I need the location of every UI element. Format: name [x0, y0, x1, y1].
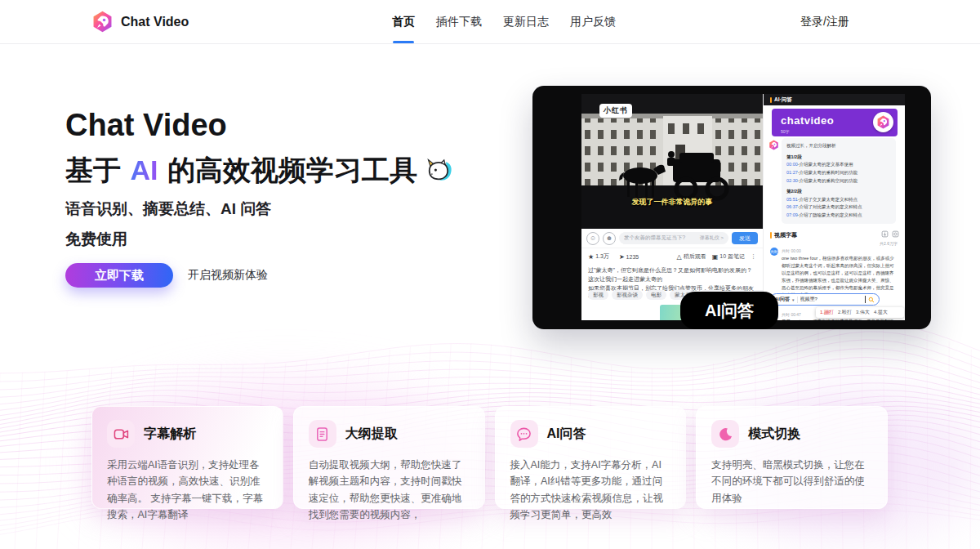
ai-outline-message: 视频过长，开启分段解析 第1/2段 00:00-介绍蒙太奇的定义基本使用 01:… — [782, 138, 896, 224]
likes-stat: ★1.3万 — [588, 252, 609, 261]
copy-icon — [892, 230, 899, 238]
card-description: 支持明亮、暗黑模式切换，让您在不同的环境下都可以得到舒适的使用体验 — [711, 457, 872, 507]
icon-tile — [510, 420, 538, 448]
sticker-icon: ☻ — [603, 232, 616, 245]
brand-name: Chat Video — [121, 15, 189, 29]
outline-item: 01:27-介绍蒙太奇的重构时间的功能 — [786, 169, 891, 177]
ai-qa-input: AI问答 ▾ 视频里? — [770, 293, 880, 306]
share-icon: ➤ — [619, 253, 625, 261]
outline-item-text: -介绍蒙太奇的重构空间的功能 — [798, 178, 858, 183]
panel-header: AI·问答 — [764, 94, 905, 105]
chatvideo-hexagon-rocket-icon — [876, 115, 890, 129]
card-title: 大纲提取 — [345, 426, 398, 443]
main-nav: 首页 插件下载 更新日志 用户反馈 — [392, 0, 616, 43]
shares-count: 1235 — [626, 254, 639, 260]
outline-intro: 视频过长，开启分段解析 — [786, 142, 891, 150]
feature-card-subtitle-parsing: 字幕解析 采用云端AI语音识别，支持处理各种语言的视频，高效快速、识别准确率高。… — [91, 406, 283, 509]
search-icon — [868, 297, 875, 303]
tag-pill: 影视 — [588, 290, 608, 300]
feature-card-outline-extraction: 大纲提取 自动提取视频大纲，帮助您快速了解视频主题和内容，支持时间戳快速定位，帮… — [293, 406, 485, 509]
card-description: 自动提取视频大纲，帮助您快速了解视频主题和内容，支持时间戳快速定位，帮助您更快速… — [309, 457, 470, 523]
timestamp-link: 01:27 — [786, 170, 798, 175]
outline-section-title: 第2/2段 — [786, 188, 891, 196]
outline-item-text: -介绍了交叉蒙太奇定义和特点 — [798, 197, 858, 202]
icon-tile — [711, 420, 739, 448]
video-player: 小红书 发现了一件非常诡异的事 — [581, 94, 763, 229]
card-title: 模式切换 — [748, 426, 800, 443]
card-description: 接入AI能力，支持AI字幕分析，AI翻译，AI纠错等更多功能，通过问答的方式快速… — [510, 457, 671, 523]
outline-item-text: -介绍了对比蒙太奇的定义和特点 — [798, 204, 862, 209]
ime-candidate: 2.殴打 — [838, 309, 852, 316]
comment-placeholder: 发个友善的弹幕见证当下? — [624, 234, 697, 242]
ime-candidate: 4.提大 — [874, 309, 888, 316]
nav-item-feedback[interactable]: 用户反馈 — [570, 0, 616, 43]
timestamp-link: 00:00 — [786, 162, 798, 167]
likes-count: 1.3万 — [595, 252, 609, 261]
timestamp-link: 05:51 — [786, 197, 798, 202]
divider — [797, 297, 798, 303]
subtitles-header: 视频字幕 — [770, 231, 797, 239]
notes-count: 10 篇笔记 — [719, 252, 745, 261]
star-icon: ★ — [588, 253, 594, 261]
subtitles-word-count: 共2.6万字 — [880, 241, 898, 246]
note-icon: ▣ — [712, 253, 719, 261]
download-icon — [881, 230, 889, 238]
outline-item-text: -介绍了隐喻蒙太奇的定义和特点 — [798, 212, 862, 217]
tag-pill: 电影 — [646, 290, 666, 300]
entry-time: 00:47 — [791, 312, 801, 317]
subtitles-toolbar — [881, 230, 899, 238]
speaker-name: 共时 — [782, 312, 790, 317]
entry-time: 00:00 — [791, 248, 801, 253]
unicorn-emoji-icon — [424, 158, 453, 184]
video-subtitle-text: 发现了一件非常诡异的事 — [581, 197, 763, 208]
login-register-link[interactable]: 登录/注册 — [800, 0, 849, 43]
avatar-glyph: 共时 — [770, 249, 778, 254]
nav-item-label: 用户反馈 — [570, 15, 616, 29]
send-button: 发送 — [732, 232, 758, 244]
chat-bubble-icon — [516, 426, 532, 442]
download-now-button[interactable]: 立即下载 — [65, 263, 173, 288]
cta-note: 开启视频新体验 — [188, 268, 268, 283]
stats-right-group: △稍后观看 ▣10 篇笔记 ⋮ — [677, 252, 756, 261]
nav-item-changelog[interactable]: 更新日志 — [503, 0, 549, 43]
timestamp-link: 07:09 — [786, 212, 798, 217]
top-navigation-bar: Chat Video 首页 插件下载 更新日志 用户反馈 登录/注册 — [0, 0, 980, 44]
comment-etiquette-hint: 弹幕礼仪 > — [700, 234, 724, 242]
chatvideo-extension-panel: AI·问答 chatvideo 50字 视频过长，开启分段解析 第1/2段 00… — [763, 94, 905, 320]
subtitle-entry-label: 共时 00:47 — [782, 312, 801, 317]
warning-triangle-icon: △ — [677, 253, 682, 261]
moon-icon — [718, 426, 733, 442]
card-header: AI问答 — [510, 420, 671, 448]
outline-item-text: -介绍蒙太奇的定义基本使用 — [798, 162, 853, 167]
subtitle-entry-text: 最早montage一词来自法语的建筑学词汇，原意是装配组合 — [782, 318, 898, 320]
video-stats-row: ★1.3万 ➤1235 △稍后观看 ▣10 篇笔记 ⋮ — [581, 248, 763, 265]
speaker-name: 共时 — [782, 248, 790, 253]
icon-tile — [107, 420, 135, 448]
outline-item-text: -介绍蒙太奇的重构时间的功能 — [798, 170, 858, 175]
card-header: 字幕解析 — [107, 420, 268, 448]
more-icon: ⋮ — [751, 253, 756, 260]
tag-pill: 影视杂谈 — [612, 290, 643, 300]
nav-item-label: 更新日志 — [503, 15, 549, 29]
headline-ai-accent: AI — [128, 154, 159, 185]
outline-section-title: 第1/2段 — [786, 154, 891, 162]
panel-title: AI·问答 — [774, 96, 792, 104]
outline-doc-icon — [314, 426, 330, 442]
headline-prefix: 基于 AI 的高效视频学习工具 — [65, 152, 417, 190]
outline-item: 06:37-介绍了对比蒙太奇的定义和特点 — [786, 203, 891, 212]
banner-title: chatvideo — [781, 114, 834, 127]
ai-qa-feature-badge: AI问答 — [680, 292, 778, 329]
outline-item: 05:51-介绍了交叉蒙太奇定义和特点 — [786, 196, 891, 204]
watch-later: △稍后观看 — [677, 252, 706, 261]
nav-item-home[interactable]: 首页 — [392, 0, 415, 43]
emoji-icon: ☺ — [586, 232, 599, 245]
hero-subline-features: 语音识别、摘要总结、AI 问答 — [65, 199, 271, 220]
comment-bar: ☺ ☻ 发个友善的弹幕见证当下? 弹幕礼仪 > 发送 — [581, 229, 763, 248]
brand-logo[interactable]: Chat Video — [91, 11, 189, 33]
notes-stat: ▣10 篇笔记 — [712, 252, 745, 261]
nav-item-plugin-download[interactable]: 插件下载 — [436, 0, 482, 43]
ime-candidate: 1.蹦打 — [820, 309, 834, 316]
orange-bar-icon — [770, 97, 772, 103]
icon-tile — [309, 420, 336, 448]
caret-down-icon: ▾ — [792, 297, 795, 302]
